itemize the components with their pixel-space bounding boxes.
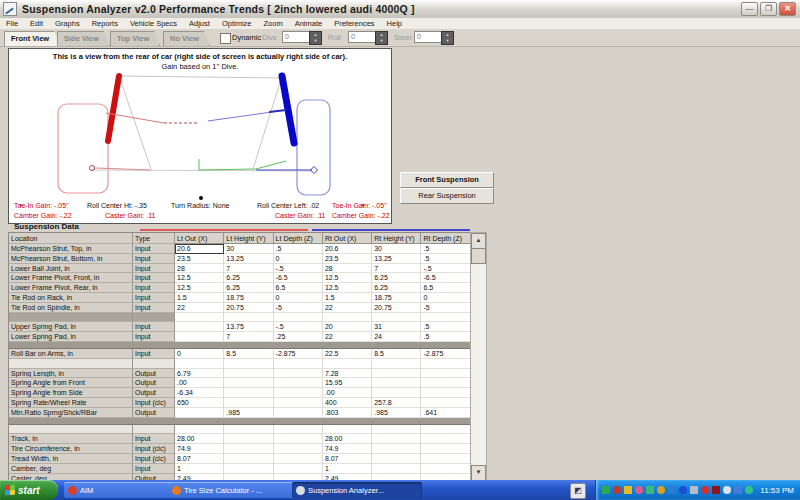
table-cell[interactable]: 28.00 — [323, 434, 372, 444]
table-cell[interactable] — [274, 388, 323, 398]
table-cell[interactable]: -5 — [274, 303, 323, 313]
tray-icon-12[interactable] — [723, 486, 731, 494]
taskbar-clock[interactable]: 11:53 PM — [760, 486, 800, 495]
table-cell[interactable] — [274, 425, 323, 435]
table-cell[interactable] — [274, 369, 323, 379]
table-cell[interactable] — [224, 359, 273, 369]
table-cell[interactable] — [224, 313, 273, 323]
tray-icon-4[interactable] — [635, 486, 643, 494]
table-cell[interactable] — [421, 454, 471, 464]
table-cell[interactable]: 13.75 — [224, 322, 273, 332]
scroll-down-icon[interactable]: ▼ — [471, 465, 486, 481]
table-cell[interactable]: 12.5 — [175, 283, 224, 293]
table-cell[interactable]: 6.25 — [224, 283, 273, 293]
table-cell[interactable]: 24 — [372, 332, 421, 342]
table-cell[interactable]: 74.9 — [175, 444, 224, 454]
table-cell[interactable] — [372, 434, 421, 444]
table-cell[interactable]: 7 — [372, 264, 421, 274]
table-cell[interactable]: 6.79 — [175, 369, 224, 379]
table-cell[interactable] — [274, 444, 323, 454]
table-cell[interactable] — [323, 359, 372, 369]
table-cell[interactable]: 1.5 — [323, 293, 372, 303]
table-cell[interactable] — [421, 464, 471, 474]
table-cell[interactable]: 13.25 — [224, 254, 273, 264]
table-cell[interactable]: .5 — [274, 244, 323, 254]
table-cell[interactable]: -6.5 — [274, 273, 323, 283]
table-cell[interactable]: 7.28 — [323, 369, 372, 379]
table-cell[interactable] — [274, 434, 323, 444]
tray-icon-6[interactable] — [657, 486, 665, 494]
table-cell[interactable]: .641 — [421, 408, 471, 418]
table-cell[interactable]: 23.5 — [175, 254, 224, 264]
table-cell[interactable]: .985 — [224, 408, 273, 418]
table-cell[interactable] — [224, 378, 273, 388]
table-cell[interactable] — [323, 313, 372, 323]
table-cell[interactable]: 7 — [224, 332, 273, 342]
menu-item-adjust[interactable]: Adjust — [183, 18, 216, 29]
tray-icon-5[interactable] — [646, 486, 654, 494]
table-cell[interactable]: .00 — [175, 378, 224, 388]
table-cell[interactable]: 6.5 — [274, 283, 323, 293]
table-cell[interactable]: .5 — [421, 322, 471, 332]
table-cell[interactable]: -.5 — [274, 322, 323, 332]
menu-item-edit[interactable]: Edit — [24, 18, 49, 29]
tray-icon-9[interactable] — [690, 486, 698, 494]
table-cell[interactable] — [372, 313, 421, 323]
table-cell[interactable]: .25 — [274, 332, 323, 342]
table-cell[interactable]: 30 — [224, 244, 273, 254]
table-cell[interactable] — [372, 454, 421, 464]
menu-item-file[interactable]: File — [0, 18, 24, 29]
table-cell[interactable]: 7 — [224, 264, 273, 274]
scrollbar-thumb[interactable] — [471, 248, 486, 264]
table-cell[interactable] — [274, 359, 323, 369]
table-cell[interactable] — [372, 359, 421, 369]
table-cell[interactable]: -2.875 — [274, 349, 323, 359]
scroll-up-icon[interactable]: ▲ — [471, 233, 486, 249]
table-cell[interactable]: 257.8 — [372, 398, 421, 408]
table-cell[interactable]: 8.5 — [224, 349, 273, 359]
tab-no-view[interactable]: No View — [163, 31, 210, 46]
table-cell[interactable] — [224, 464, 273, 474]
menu-item-help[interactable]: Help — [381, 18, 408, 29]
table-cell[interactable] — [421, 359, 471, 369]
table-cell[interactable]: 12.5 — [175, 273, 224, 283]
table-cell[interactable] — [274, 378, 323, 388]
table-cell[interactable]: -6.34 — [175, 388, 224, 398]
table-cell[interactable]: .5 — [421, 332, 471, 342]
table-cell[interactable] — [421, 444, 471, 454]
table-cell[interactable]: .5 — [421, 244, 471, 254]
table-cell[interactable]: 8.07 — [175, 454, 224, 464]
table-cell[interactable] — [421, 378, 471, 388]
task-button-3[interactable]: Suspension Analyzer... — [292, 482, 422, 498]
table-cell[interactable] — [224, 398, 273, 408]
table-cell[interactable]: 0 — [175, 349, 224, 359]
table-cell[interactable]: 1 — [175, 464, 224, 474]
table-cell[interactable]: 650 — [175, 398, 224, 408]
roll-stepper[interactable]: ▲▼ — [375, 31, 388, 45]
menu-item-animate[interactable]: Animate — [289, 18, 329, 29]
dive-stepper[interactable]: ▲▼ — [309, 31, 322, 45]
table-cell[interactable]: -.5 — [421, 264, 471, 274]
table-cell[interactable]: 0 — [274, 254, 323, 264]
table-cell[interactable]: 20.75 — [372, 303, 421, 313]
table-cell[interactable]: .00 — [323, 388, 372, 398]
restore-icon[interactable]: ❐ — [760, 2, 777, 16]
table-cell[interactable]: 15.95 — [323, 378, 372, 388]
table-cell[interactable]: 28 — [323, 264, 372, 274]
tray-icon-8[interactable] — [679, 486, 687, 494]
table-cell[interactable]: 6.25 — [372, 273, 421, 283]
steer-stepper[interactable]: ▲▼ — [441, 31, 454, 45]
table-cell[interactable]: .5 — [421, 254, 471, 264]
table-cell[interactable]: 8.07 — [323, 454, 372, 464]
tab-side-view[interactable]: Side View — [57, 31, 110, 46]
table-cell[interactable]: -2.875 — [421, 349, 471, 359]
table-cell[interactable]: 400 — [323, 398, 372, 408]
steer-input[interactable]: 0 — [414, 31, 442, 43]
table-scrollbar[interactable]: ▲ ▼ — [470, 232, 487, 482]
table-cell[interactable] — [274, 408, 323, 418]
table-cell[interactable] — [175, 313, 224, 323]
table-cell[interactable] — [372, 388, 421, 398]
table-cell[interactable]: 12.5 — [323, 273, 372, 283]
table-cell[interactable]: 18.75 — [224, 293, 273, 303]
tray-icon-14[interactable] — [745, 486, 753, 494]
